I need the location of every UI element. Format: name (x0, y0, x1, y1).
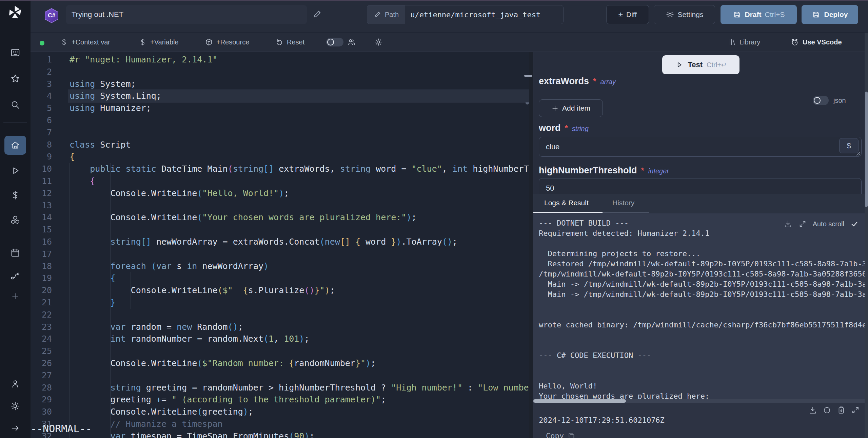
code-line-13[interactable]: 13 (31, 199, 529, 212)
code-line-12[interactable]: 12 Console.WriteLine("Hello, World!"); (31, 187, 529, 199)
code-line-18[interactable]: 18 foreach (var s in newWordArray) (31, 260, 529, 272)
path-widget[interactable]: Path u/etienne/microsoft_java_test (367, 5, 564, 24)
tab-history[interactable]: History (612, 199, 634, 207)
pane-splitter[interactable] (529, 52, 533, 438)
save-icon (733, 10, 742, 19)
code-editor[interactable]: 1#r "nuget: Humanizer, 2.14.1"23using Sy… (31, 52, 529, 438)
tab-logs-result[interactable]: Logs & Result (544, 199, 589, 207)
sidebar-item-add[interactable] (4, 287, 26, 306)
code-line-28[interactable]: 28 string greeting = randomNumber > high… (31, 382, 529, 394)
code-line-11[interactable]: 11 { (31, 175, 529, 187)
code-line-9[interactable]: 9{ (31, 151, 529, 163)
test-button[interactable]: Test Ctrl+↵ (662, 55, 739, 74)
code-line-19[interactable]: 19 { (31, 272, 529, 284)
info-icon[interactable] (823, 406, 831, 415)
code-line-2[interactable]: 2 (31, 66, 529, 78)
sidebar-item-variables[interactable] (4, 186, 26, 205)
result-value: 2024-12-10T17:29:51.6021076Z (539, 416, 665, 424)
add-item-button[interactable]: Add item (539, 99, 603, 117)
code-line-5[interactable]: 5using Humanizer; (31, 102, 529, 114)
code-text: } (68, 297, 529, 309)
sidebar-item-apps[interactable] (4, 43, 26, 62)
sidebar-item-home[interactable] (4, 136, 26, 155)
sidebar-item-collapse[interactable] (4, 419, 26, 438)
code-line-4[interactable]: 4using System.Linq; (31, 90, 529, 102)
path-chip[interactable]: Path (367, 5, 405, 24)
add-context-var-button[interactable]: +Context var (60, 33, 110, 52)
logs-output[interactable]: --- DOTNET BUILD ---Requirement detected… (533, 213, 868, 399)
edit-title-pencil-icon[interactable] (312, 9, 322, 19)
logs-horizontal-scrollbar[interactable] (533, 399, 868, 403)
code-line-17[interactable]: 17 (31, 248, 529, 260)
sidebar-item-runs[interactable] (4, 161, 26, 180)
code-line-6[interactable]: 6 (31, 114, 529, 127)
check-icon[interactable] (850, 220, 859, 228)
logs-tabs: Logs & Result History (533, 194, 868, 213)
add-variable-button[interactable]: +Variable (139, 33, 179, 52)
code-line-32[interactable]: 32 var timespan = TimeSpan.FromMinutes(9… (31, 430, 529, 438)
code-line-7[interactable]: 7 (31, 127, 529, 139)
code-line-23[interactable]: 23 var random = new Random(); (31, 321, 529, 333)
line-number: 28 (31, 382, 52, 394)
code-line-29[interactable]: 29 greeting += " (according to the thres… (31, 394, 529, 406)
sidebar-item-favorites[interactable] (4, 69, 26, 88)
code-line-14[interactable]: 14 Console.WriteLine("Your chosen words … (31, 211, 529, 224)
sidebar-item-account[interactable] (4, 374, 26, 393)
code-text: { (68, 272, 529, 284)
highnumberthreshold-value: 50 (546, 184, 554, 193)
code-line-27[interactable]: 27 (31, 369, 529, 382)
editor-settings-gear-icon[interactable] (374, 33, 383, 52)
plus-icon (11, 291, 20, 301)
window-scrollbar-thumb[interactable] (865, 92, 868, 207)
pane-splitter-grip[interactable] (524, 75, 532, 77)
line-number: 15 (31, 224, 52, 236)
reset-button[interactable]: Reset (275, 33, 304, 52)
download-logs-icon[interactable] (784, 220, 792, 228)
copy-button[interactable]: Copy (546, 432, 575, 438)
code-line-10[interactable]: 10 public static DateTime Main(string[] … (31, 163, 529, 175)
sidebar-item-flows[interactable] (4, 266, 26, 285)
code-line-25[interactable]: 25 (31, 345, 529, 357)
logs-horizontal-scrollbar-thumb[interactable] (533, 399, 626, 403)
clipboard-icon[interactable] (837, 406, 846, 415)
settings-button[interactable]: Settings (654, 5, 715, 24)
script-title-input[interactable]: Trying out .NET (66, 5, 307, 24)
code-line-31[interactable]: 31 // Humanize a timespan (31, 418, 529, 430)
code-line-24[interactable]: 24 int randomNumber = random.Next(1, 101… (31, 333, 529, 345)
code-line-20[interactable]: 20 Console.WriteLine($" {s.Pluralize()}"… (31, 284, 529, 297)
code-line-15[interactable]: 15 (31, 224, 529, 236)
download-result-icon[interactable] (808, 406, 817, 415)
diff-button[interactable]: ± Diff (606, 5, 649, 24)
route-icon (10, 271, 20, 281)
code-line-16[interactable]: 16 string[] newWordArray = extraWords.Co… (31, 236, 529, 248)
log-line: Restored /tmp/windmill/wk-default-89p2b-… (539, 259, 868, 269)
maximize-icon[interactable] (851, 406, 860, 415)
multiplayer-icon[interactable] (347, 33, 356, 52)
code-line-26[interactable]: 26 Console.WriteLine($"Random number: {r… (31, 357, 529, 369)
resize-grip-icon[interactable] (854, 149, 861, 156)
json-toggle[interactable] (813, 96, 829, 105)
code-line-3[interactable]: 3using System; (31, 78, 529, 90)
library-button[interactable]: Library (728, 33, 760, 52)
code-line-21[interactable]: 21 } (31, 297, 529, 309)
code-text: foreach (var s in newWordArray) (68, 260, 529, 272)
diff-mode-toggle[interactable] (326, 38, 343, 46)
windmill-logo-icon[interactable] (7, 5, 23, 20)
deploy-button[interactable]: Deploy (802, 5, 858, 24)
add-resource-button[interactable]: +Resource (205, 33, 249, 52)
use-vscode-button[interactable]: Use VScode (790, 33, 842, 52)
code-line-8[interactable]: 8class Script (31, 139, 529, 151)
word-input[interactable]: clue $ (539, 137, 862, 157)
code-line-1[interactable]: 1#r "nuget: Humanizer, 2.14.1" (31, 54, 529, 66)
code-text: Console.WriteLine("Your chosen words are… (68, 211, 529, 224)
line-number: 14 (31, 211, 52, 224)
sidebar-item-schedules[interactable] (4, 243, 26, 262)
line-number: 23 (31, 321, 52, 333)
code-line-22[interactable]: 22 (31, 309, 529, 321)
sidebar-item-settings[interactable] (4, 397, 26, 416)
draft-button[interactable]: Draft Ctrl+S (721, 5, 797, 24)
code-line-30[interactable]: 30 Console.WriteLine(greeting); (31, 406, 529, 418)
sidebar-item-search[interactable] (4, 95, 26, 114)
sidebar-item-resources[interactable] (4, 210, 26, 229)
expand-logs-icon[interactable] (798, 220, 807, 228)
